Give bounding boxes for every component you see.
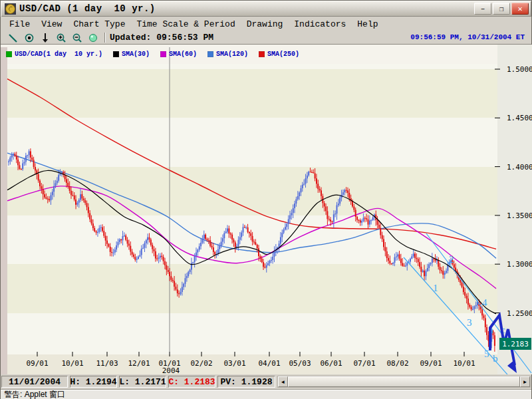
- applet-warning-bar: 警告: Applet 窗口: [1, 389, 531, 399]
- svg-text:1.4500: 1.4500: [507, 114, 532, 122]
- svg-text:1.2183: 1.2183: [502, 340, 529, 348]
- status-pivot-value: PV: 1.1928: [220, 377, 272, 387]
- wave-label-4: 4: [482, 297, 487, 308]
- status-pivot: PV: 1.1928: [217, 376, 275, 388]
- svg-text:02/02: 02/02: [190, 359, 212, 368]
- svg-text:10/01: 10/01: [453, 359, 475, 368]
- menu-drawing[interactable]: Drawing: [247, 19, 283, 29]
- zoom-in-icon[interactable]: [54, 32, 68, 43]
- status-close: C: 1.2183: [168, 376, 215, 388]
- legend-label-symbol: USD/CAD(1 day 10 yr.): [15, 51, 102, 58]
- menu-chart-type[interactable]: Chart Type: [73, 19, 125, 29]
- updated-timestamp: Updated: 09:56:53 PM: [110, 33, 213, 43]
- legend-swatch-sma250: [259, 51, 265, 57]
- wave-label-5: 5: [484, 348, 489, 359]
- svg-text:08/02: 08/02: [386, 359, 408, 368]
- chart-legend: USD/CAD(1 day 10 yr.) SMA(30) SMA(60) SM…: [6, 51, 310, 58]
- svg-text:1.3500: 1.3500: [507, 211, 532, 220]
- svg-text:03/01: 03/01: [223, 359, 245, 368]
- svg-text:1.2500: 1.2500: [507, 309, 532, 318]
- toolbar: Updated: 09:56:53 PM 09:56:59 PM, 10/31/…: [1, 31, 531, 45]
- scroll-right-button[interactable]: ►: [520, 376, 530, 387]
- legend-label-sma60: SMA(60): [169, 51, 197, 58]
- horizontal-scrollbar[interactable]: ◄ ►: [277, 376, 531, 388]
- svg-text:09/01: 09/01: [26, 359, 48, 368]
- status-date-value: 11/01/2004: [9, 377, 61, 387]
- svg-text:1.4000: 1.4000: [507, 163, 532, 172]
- svg-text:2004: 2004: [162, 366, 180, 374]
- scrollbar-thumb[interactable]: [288, 376, 520, 387]
- app-window: USD/CAD (1 day 10 yr.) – ❐ ✕ File View C…: [0, 0, 532, 399]
- svg-text:1.5000: 1.5000: [507, 65, 532, 74]
- status-high-value: H: 1.2194: [70, 377, 116, 387]
- legend-label-sma30: SMA(30): [122, 51, 150, 58]
- restore-button[interactable]: ❐: [493, 3, 510, 15]
- price-chart[interactable]: 1.50001.45001.40001.35001.30001.250009/0…: [1, 45, 532, 374]
- svg-text:09/01: 09/01: [420, 359, 442, 368]
- legend-label-sma250: SMA(250): [267, 51, 299, 58]
- legend-swatch-symbol: [6, 51, 12, 57]
- status-close-value: C: 1.2183: [168, 377, 215, 387]
- menu-bar: File View Chart Type Time Scale & Period…: [1, 17, 531, 31]
- svg-text:04/01: 04/01: [258, 359, 280, 368]
- status-low: L: 1.2171: [119, 376, 166, 388]
- status-high: H: 1.2194: [70, 376, 117, 388]
- legend-sma60: SMA(60): [160, 51, 197, 58]
- menu-help[interactable]: Help: [357, 19, 378, 29]
- legend-sma30: SMA(30): [113, 51, 150, 58]
- window-title: USD/CAD (1 day 10 yr.): [19, 3, 473, 14]
- wave-label-3: 3: [467, 317, 472, 328]
- svg-text:1.3000: 1.3000: [507, 260, 532, 269]
- menu-file[interactable]: File: [9, 19, 30, 29]
- toolbar-separator: [104, 33, 106, 43]
- close-button[interactable]: ✕: [511, 3, 529, 15]
- chart-svg[interactable]: 1.50001.45001.40001.35001.30001.250009/0…: [1, 45, 532, 374]
- title-bar[interactable]: USD/CAD (1 day 10 yr.) – ❐ ✕: [1, 1, 531, 17]
- legend-swatch-sma60: [160, 51, 166, 57]
- scroll-left-button[interactable]: ◄: [278, 376, 288, 387]
- status-row: 11/01/2004 H: 1.2194 L: 1.2171 C: 1.2183…: [1, 374, 531, 389]
- wave-label-2: 2: [449, 254, 454, 265]
- svg-text:06/01: 06/01: [320, 359, 342, 368]
- down-arrow-tool-icon[interactable]: [38, 32, 53, 43]
- menu-view[interactable]: View: [41, 19, 62, 29]
- legend-label-sma120: SMA(120): [216, 51, 248, 58]
- market-datetime: 09:56:59 PM, 10/31/2004 ET: [410, 33, 525, 41]
- wave-label-1: 1: [433, 283, 438, 293]
- menu-indicators[interactable]: Indicators: [294, 19, 346, 29]
- legend-swatch-sma30: [113, 51, 119, 57]
- svg-text:11/03: 11/03: [96, 359, 118, 368]
- status-low-value: L: 1.2171: [119, 377, 166, 387]
- applet-warning-text: 警告: Applet 窗口: [4, 389, 65, 399]
- refresh-ball-icon[interactable]: [86, 32, 100, 43]
- point-tool-icon[interactable]: [22, 32, 37, 43]
- wave-label-b: b: [493, 353, 498, 364]
- zoom-out-icon[interactable]: [70, 32, 84, 43]
- svg-text:12/01: 12/01: [128, 359, 150, 368]
- last-price-tag: 1.2183: [499, 338, 531, 350]
- chart-area: USD/CAD(1 day 10 yr.) SMA(30) SMA(60) SM…: [1, 45, 531, 374]
- legend-sma250: SMA(250): [259, 51, 299, 58]
- status-date: 11/01/2004: [1, 376, 68, 388]
- menu-time-scale-period[interactable]: Time Scale & Period: [136, 19, 235, 29]
- svg-text:10/01: 10/01: [61, 359, 83, 368]
- legend-symbol: USD/CAD(1 day 10 yr.): [6, 51, 102, 58]
- minimize-button[interactable]: –: [474, 3, 491, 15]
- legend-sma120: SMA(120): [207, 51, 248, 58]
- app-coin-icon: [5, 3, 16, 15]
- svg-text:07/01: 07/01: [353, 359, 375, 368]
- line-tool-icon[interactable]: [6, 32, 21, 43]
- legend-swatch-sma120: [207, 51, 213, 57]
- svg-text:05/03: 05/03: [289, 359, 311, 368]
